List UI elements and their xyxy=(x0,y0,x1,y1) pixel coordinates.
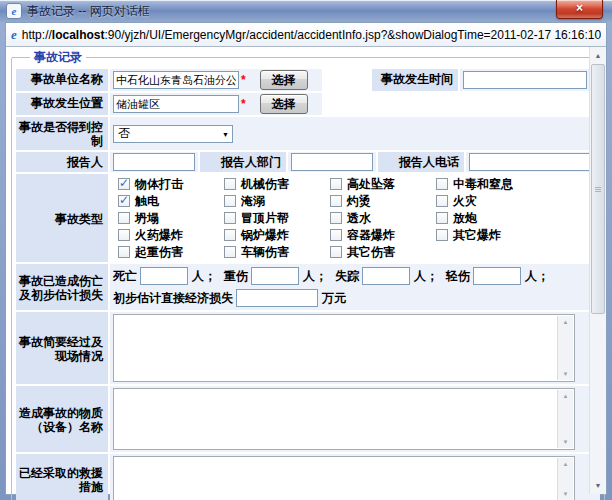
accident-record-fieldset: 事故记录 事故单位名称 * 选择 事故发生时间 xyxy=(11,49,605,500)
accident-type-option[interactable]: 火药爆炸 xyxy=(118,228,224,242)
checkbox-icon[interactable] xyxy=(224,229,236,241)
chevron-down-icon: ▼ xyxy=(222,131,229,138)
brief-cell: ▲▼ xyxy=(110,312,600,384)
checkbox-icon[interactable] xyxy=(224,212,236,224)
brief-textarea[interactable]: ▲▼ xyxy=(113,314,575,382)
url-host: localhost xyxy=(52,28,105,42)
reporter-dept-input[interactable] xyxy=(291,153,373,171)
accident-type-option[interactable]: 容器爆炸 xyxy=(330,228,436,242)
accident-type-option[interactable]: 透水 xyxy=(330,211,436,225)
checkbox-icon[interactable] xyxy=(436,195,448,207)
checkbox-icon[interactable] xyxy=(330,212,342,224)
checkbox-label: 锅炉爆炸 xyxy=(241,227,289,244)
accident-record-dialog: e 事故记录 -- 网页对话框 × e http://localhost:90/… xyxy=(0,0,612,500)
reporter-phone-cell xyxy=(466,152,600,172)
accident-type-option[interactable]: 车辆伤害 xyxy=(224,245,330,259)
scroll-up-icon[interactable]: ▲ xyxy=(558,393,573,399)
scroll-down-button[interactable]: ▼ xyxy=(590,478,606,493)
checkbox-icon[interactable] xyxy=(330,195,342,207)
checkbox-icon[interactable] xyxy=(436,178,448,190)
textarea-scrollbar[interactable]: ▲▼ xyxy=(557,390,573,448)
checkbox-label: 中毒和窒息 xyxy=(453,176,513,193)
scroll-down-icon[interactable]: ▼ xyxy=(558,371,573,377)
missing-label: 失踪 xyxy=(335,268,359,285)
controlled-select[interactable]: 否 ▼ xyxy=(113,125,233,143)
checkbox-icon[interactable] xyxy=(436,212,448,224)
controlled-label: 事故是否得到控制 xyxy=(16,117,108,150)
accident-type-option[interactable]: 灼烫 xyxy=(330,194,436,208)
location-cell: * 选择 xyxy=(110,93,322,115)
checkbox-label: 机械伤害 xyxy=(241,176,289,193)
accident-type-option[interactable]: 放炮 xyxy=(436,211,542,225)
checkbox-icon[interactable] xyxy=(224,178,236,190)
accident-type-option[interactable]: 火灾 xyxy=(436,194,542,208)
accident-type-option[interactable]: 冒顶片帮 xyxy=(224,211,330,225)
checkbox-label: 透水 xyxy=(347,210,371,227)
checkbox-icon[interactable] xyxy=(118,212,130,224)
title-bar[interactable]: e 事故记录 -- 网页对话框 × xyxy=(0,0,612,22)
scroll-down-icon[interactable]: ▼ xyxy=(558,491,573,497)
material-textarea[interactable]: ▲▼ xyxy=(113,388,575,450)
checkbox-icon[interactable] xyxy=(224,195,236,207)
checkbox-icon[interactable] xyxy=(118,195,130,207)
unit-label: 人； xyxy=(192,268,216,285)
scroll-up-icon[interactable]: ▲ xyxy=(558,319,573,325)
accident-type-option[interactable]: 其它爆炸 xyxy=(436,228,542,242)
reporter-input[interactable] xyxy=(113,153,195,171)
accident-type-option[interactable]: 中毒和窒息 xyxy=(436,177,542,191)
accident-type-option[interactable]: 淹溺 xyxy=(224,194,330,208)
accident-type-option[interactable]: 触电 xyxy=(118,194,224,208)
checkbox-icon[interactable] xyxy=(118,178,130,190)
accident-type-option[interactable]: 高处坠落 xyxy=(330,177,436,191)
close-button[interactable]: × xyxy=(556,0,603,19)
accident-type-option[interactable]: 起重伤害 xyxy=(118,245,224,259)
checkbox-icon[interactable] xyxy=(118,229,130,241)
spacer xyxy=(324,93,600,115)
serious-input[interactable] xyxy=(251,267,299,285)
checkbox-icon[interactable] xyxy=(224,246,236,258)
rescue-textarea[interactable]: ▲▼ xyxy=(113,456,575,500)
unit-name-input[interactable] xyxy=(113,71,239,89)
accident-type-option[interactable]: 锅炉爆炸 xyxy=(224,228,330,242)
checkbox-label: 容器爆炸 xyxy=(347,227,395,244)
checkbox-icon[interactable] xyxy=(330,229,342,241)
window-frame: e http://localhost:90/yjzh/UI/EmergencyM… xyxy=(0,22,612,500)
accident-type-cell: 物体打击 机械伤害 高处坠落 中毒和窒息 触电 淹溺 灼烫 火灾 坍塌 冒顶 xyxy=(110,174,600,262)
scroll-up-button[interactable]: ▲ xyxy=(590,48,606,63)
scroll-down-icon[interactable]: ▼ xyxy=(558,439,573,445)
missing-input[interactable] xyxy=(362,267,410,285)
occur-time-cell xyxy=(460,69,600,91)
econ-loss-input[interactable] xyxy=(236,289,318,307)
accident-type-option[interactable]: 坍塌 xyxy=(118,211,224,225)
textarea-scrollbar[interactable]: ▲▼ xyxy=(557,458,573,500)
textarea-scrollbar[interactable]: ▲▼ xyxy=(557,316,573,380)
row-brief: 事故简要经过及现场情况 ▲▼ xyxy=(16,312,600,384)
scrollbar-thumb[interactable] xyxy=(591,64,605,314)
accident-type-option[interactable]: 其它伤害 xyxy=(330,245,436,259)
checkbox-label: 车辆伤害 xyxy=(241,244,289,261)
unit-select-button[interactable]: 选择 xyxy=(260,70,308,90)
rescue-label: 已经采取的救援措施 xyxy=(16,454,108,500)
brief-label: 事故简要经过及现场情况 xyxy=(16,312,108,384)
scroll-up-icon[interactable]: ▲ xyxy=(558,461,573,467)
checkbox-label: 触电 xyxy=(135,193,159,210)
checkbox-icon[interactable] xyxy=(436,229,448,241)
checkbox-icon[interactable] xyxy=(330,246,342,258)
checkbox-icon[interactable] xyxy=(330,178,342,190)
checkbox-label: 其它爆炸 xyxy=(453,227,501,244)
fieldset-legend: 事故记录 xyxy=(30,49,86,66)
occur-time-input[interactable] xyxy=(463,71,587,89)
vertical-scrollbar[interactable]: ▲ ▼ xyxy=(589,47,606,494)
unit-name-cell: * 选择 xyxy=(110,69,322,91)
light-input[interactable] xyxy=(473,267,521,285)
reporter-phone-input[interactable] xyxy=(469,153,597,171)
checkbox-icon[interactable] xyxy=(118,246,130,258)
accident-type-option[interactable]: 物体打击 xyxy=(118,177,224,191)
accident-type-option[interactable]: 机械伤害 xyxy=(224,177,330,191)
death-input[interactable] xyxy=(140,267,188,285)
location-select-button[interactable]: 选择 xyxy=(260,94,308,114)
checkbox-label: 高处坠落 xyxy=(347,176,395,193)
location-input[interactable] xyxy=(113,95,239,113)
checkbox-label: 其它伤害 xyxy=(347,244,395,261)
checkbox-label: 放炮 xyxy=(453,210,477,227)
